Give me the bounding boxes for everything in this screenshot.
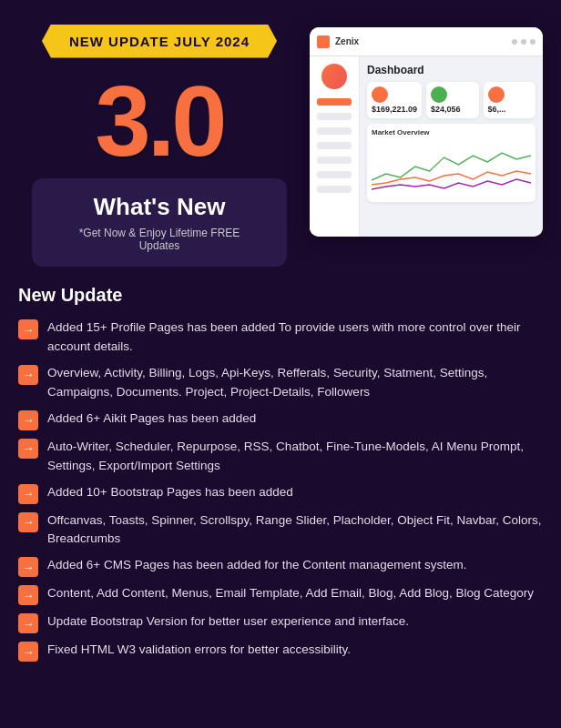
update-item-9: Update Bootstrap Version for better user… bbox=[18, 612, 543, 633]
update-text-10: Fixed HTML W3 validation errors for bett… bbox=[47, 641, 543, 660]
arrow-icon-9 bbox=[18, 613, 38, 633]
arrow-icon-5 bbox=[18, 484, 38, 504]
mock-chart-svg bbox=[372, 139, 531, 194]
dashboard-mock: Zenix Dash bbox=[310, 27, 543, 237]
stat-card-3: $6,... bbox=[484, 82, 536, 118]
new-update-heading: New Update bbox=[18, 285, 543, 306]
arrow-icon-7 bbox=[18, 557, 38, 577]
update-item-3: Added 6+ Aikit Pages has been added bbox=[18, 410, 543, 430]
update-text-2: Overview, Activity, Billing, Logs, Api-K… bbox=[47, 364, 543, 402]
mock-logo bbox=[317, 35, 330, 48]
update-text-3: Added 6+ Aikit Pages has been added bbox=[47, 410, 543, 429]
arrow-icon-4 bbox=[18, 439, 38, 459]
arrow-icon-1 bbox=[18, 319, 38, 339]
card-val-1: $169,221.09 bbox=[372, 105, 417, 114]
sidebar-item-5 bbox=[317, 157, 352, 164]
update-text-9: Update Bootstrap Version for better user… bbox=[47, 612, 543, 632]
dot-2 bbox=[521, 39, 526, 45]
update-item-5: Added 10+ Bootstrap Pages has been added bbox=[18, 483, 543, 504]
new-update-section: New Update Added 15+ Profile Pages has b… bbox=[0, 276, 561, 671]
dot-1 bbox=[512, 39, 517, 45]
badge-wrapper: NEW UPDATE JULY 2024 bbox=[41, 18, 278, 64]
card-icon-2 bbox=[431, 86, 447, 103]
mock-chart-title: Market Overview bbox=[372, 128, 531, 136]
update-text-6: Offcanvas, Toasts, Spinner, Scrollspy, R… bbox=[47, 511, 543, 550]
stat-card-2: $24,056 bbox=[426, 82, 478, 118]
arrow-icon-6 bbox=[18, 512, 38, 532]
mock-dashboard-title: Dashboard bbox=[367, 64, 536, 76]
update-text-8: Content, Add Content, Menus, Email Templ… bbox=[47, 584, 543, 603]
dot-3 bbox=[530, 39, 536, 45]
sidebar-item-1 bbox=[317, 98, 352, 106]
update-item-7: Added 6+ CMS Pages has been added for th… bbox=[18, 556, 543, 577]
sidebar-item-6 bbox=[317, 171, 352, 178]
update-item-8: Content, Add Content, Menus, Email Templ… bbox=[18, 584, 543, 605]
mock-stats-cards: $169,221.09 $24,056 $6,... bbox=[367, 82, 536, 118]
sidebar-item-4 bbox=[317, 142, 352, 149]
arrow-icon-3 bbox=[18, 410, 38, 430]
update-text-1: Added 15+ Profile Pages has been added T… bbox=[47, 318, 543, 357]
update-text-4: Auto-Writer, Scheduler, Repurpose, RSS, … bbox=[47, 438, 543, 476]
update-list: Added 15+ Profile Pages has been added T… bbox=[18, 318, 543, 662]
update-item-4: Auto-Writer, Scheduler, Repurpose, RSS, … bbox=[18, 438, 543, 476]
mock-topbar: Zenix bbox=[310, 27, 543, 56]
update-item-6: Offcanvas, Toasts, Spinner, Scrollspy, R… bbox=[18, 511, 543, 550]
card-val-3: $6,... bbox=[488, 105, 531, 114]
update-item-2: Overview, Activity, Billing, Logs, Api-K… bbox=[18, 364, 543, 402]
card-icon-3 bbox=[488, 86, 505, 103]
whats-new-title: What's New bbox=[59, 193, 260, 221]
top-section: NEW UPDATE JULY 2024 3.0 What's New *Get… bbox=[0, 0, 561, 276]
whats-new-subtitle: *Get Now & Enjoy Lifetime FREE Updates bbox=[59, 227, 260, 252]
mock-nav-dots bbox=[512, 39, 536, 45]
mock-chart-area: Market Overview bbox=[367, 124, 536, 202]
sidebar-item-3 bbox=[317, 127, 352, 135]
mock-content: Dashboard $169,221.09 $24,056 $6,... bbox=[360, 56, 543, 237]
card-val-2: $24,056 bbox=[431, 105, 474, 114]
sidebar-item-2 bbox=[317, 113, 352, 120]
mock-avatar bbox=[321, 64, 347, 89]
version-number: 3.0 bbox=[96, 71, 224, 171]
update-text-5: Added 10+ Bootstrap Pages has been added bbox=[47, 483, 543, 502]
stat-card-1: $169,221.09 bbox=[367, 82, 422, 118]
update-text-7: Added 6+ CMS Pages has been added for th… bbox=[47, 556, 543, 575]
arrow-icon-10 bbox=[18, 642, 38, 662]
arrow-icon-2 bbox=[18, 365, 38, 385]
card-icon-1 bbox=[372, 86, 388, 103]
arrow-icon-8 bbox=[18, 585, 38, 605]
whats-new-box: What's New *Get Now & Enjoy Lifetime FRE… bbox=[32, 178, 287, 267]
mock-sidebar bbox=[310, 56, 360, 237]
mock-body: Dashboard $169,221.09 $24,056 $6,... bbox=[310, 56, 543, 237]
update-item-1: Added 15+ Profile Pages has been added T… bbox=[18, 318, 543, 357]
sidebar-item-7 bbox=[317, 186, 352, 193]
update-badge: NEW UPDATE JULY 2024 bbox=[42, 25, 277, 58]
dashboard-preview: Zenix Dash bbox=[310, 27, 543, 237]
left-panel: NEW UPDATE JULY 2024 3.0 What's New *Get… bbox=[18, 18, 301, 267]
mock-app-name: Zenix bbox=[335, 36, 359, 46]
update-item-10: Fixed HTML W3 validation errors for bett… bbox=[18, 641, 543, 662]
